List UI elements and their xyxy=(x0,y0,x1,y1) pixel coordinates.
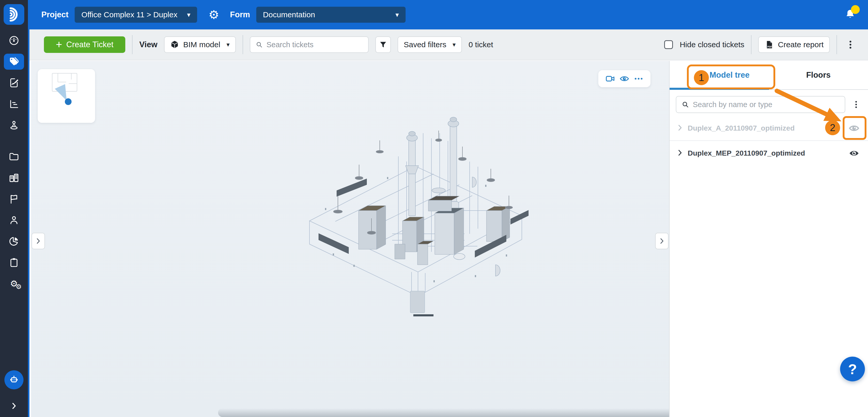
sidebar-item-projects[interactable] xyxy=(4,170,24,186)
sidebar-item-site-view[interactable] xyxy=(4,117,24,133)
tag-icon xyxy=(8,56,20,67)
tab-floors-label: Floors xyxy=(806,70,831,80)
model-search-input[interactable] xyxy=(693,100,840,109)
chevron-down-icon: ▾ xyxy=(224,41,230,48)
sidebar-nav: ⚙⚙ xyxy=(4,33,24,291)
app-logo-arcs xyxy=(6,6,22,23)
eye-icon xyxy=(848,148,860,159)
visibility-toggle-visible[interactable] xyxy=(846,145,862,161)
divider xyxy=(132,35,132,54)
filter-button[interactable] xyxy=(375,36,391,53)
model-tree-options-button[interactable] xyxy=(849,96,863,113)
chevron-right-icon xyxy=(658,237,666,245)
form-label: Form xyxy=(230,10,250,20)
search-tickets-field xyxy=(250,36,369,53)
sidebar-item-settings[interactable]: ⚙⚙ xyxy=(4,276,24,291)
tree-node-label: Duplex_MEP_20110907_optimized xyxy=(688,149,805,158)
active-tab-underline xyxy=(670,88,769,90)
video-camera-icon[interactable] xyxy=(605,74,615,84)
folder-icon xyxy=(8,151,20,162)
minimap-position-dot xyxy=(65,98,71,105)
search-tickets-input[interactable] xyxy=(266,40,363,49)
expand-sidebar-button[interactable] xyxy=(6,400,22,412)
project-select-value: Office Complex 11 > Duplex xyxy=(82,10,178,19)
tree-row-duplex-mep[interactable]: Duplex_MEP_20110907_optimized xyxy=(670,141,868,166)
chevron-down-icon: ▾ xyxy=(451,41,456,48)
model-panel: Model tree Floors Duplex_A_20110907_opti… xyxy=(669,61,868,417)
expand-node-icon[interactable] xyxy=(676,124,684,133)
svg-text:PDF: PDF xyxy=(768,45,772,48)
gears-icon: ⚙⚙ xyxy=(10,279,18,288)
form-select[interactable]: Documentation ▾ xyxy=(256,7,406,23)
project-label: Project xyxy=(41,10,68,20)
bim-viewer[interactable] xyxy=(31,61,669,417)
tab-model-tree[interactable]: Model tree xyxy=(670,61,769,89)
app-logo[interactable] xyxy=(4,4,24,25)
gantt-chart-icon xyxy=(8,98,20,110)
collapse-right-panel-handle[interactable] xyxy=(655,233,669,249)
help-button[interactable]: ? xyxy=(840,357,865,381)
sidebar-bottom: ? xyxy=(4,370,24,417)
tab-model-tree-label: Model tree xyxy=(709,70,749,80)
eye-off-icon xyxy=(848,123,860,134)
panel-tabs: Model tree Floors xyxy=(670,61,868,90)
create-ticket-label: Create Ticket xyxy=(66,40,114,49)
kebab-icon xyxy=(845,38,856,51)
hide-closed-checkbox[interactable] xyxy=(664,40,673,49)
view-mode-select[interactable]: BIM model ▾ xyxy=(164,36,236,53)
robot-assistant-icon xyxy=(8,374,20,386)
visibility-toggle-hidden[interactable] xyxy=(846,120,862,136)
person-pin-icon xyxy=(8,119,20,131)
model-search-field xyxy=(676,96,845,113)
top-header: Project Office Complex 11 > Duplex ▾ ⚙ F… xyxy=(29,0,868,29)
eye-icon[interactable] xyxy=(619,74,629,84)
viewer-toolbar xyxy=(598,70,650,87)
assistant-button[interactable] xyxy=(4,370,24,389)
divider xyxy=(751,35,751,54)
search-icon xyxy=(255,40,263,49)
sidebar-item-forms[interactable] xyxy=(4,75,24,91)
divider xyxy=(836,35,837,54)
chevron-down-icon: ▾ xyxy=(179,11,190,19)
view-mode-value: BIM model xyxy=(183,40,220,49)
chevron-right-icon xyxy=(34,237,42,245)
notification-badge xyxy=(851,5,860,14)
person-icon xyxy=(8,214,20,226)
sidebar: ⚙⚙ ? xyxy=(0,0,29,417)
search-icon xyxy=(681,100,689,109)
saved-filters-select[interactable]: Saved filters ▾ xyxy=(398,36,462,53)
dashboard-gauge-icon xyxy=(8,35,20,46)
tree-node-label: Duplex_A_20110907_optimized xyxy=(688,124,795,132)
expand-node-icon[interactable] xyxy=(676,149,684,158)
sidebar-item-flags[interactable] xyxy=(4,191,24,207)
plus-icon: + xyxy=(56,39,62,50)
create-ticket-button[interactable]: + Create Ticket xyxy=(44,36,125,53)
toolbar-right: Hide closed tickets PDF Create report xyxy=(664,35,857,54)
tree-row-duplex-a[interactable]: Duplex_A_20110907_optimized xyxy=(670,116,868,141)
minimap[interactable] xyxy=(38,69,95,123)
chevron-down-icon: ▾ xyxy=(388,11,399,19)
divider xyxy=(243,35,243,54)
hide-closed-label: Hide closed tickets xyxy=(680,40,744,49)
create-report-label: Create report xyxy=(778,40,824,49)
cube-icon xyxy=(170,40,179,49)
sidebar-item-tickets[interactable] xyxy=(4,54,24,70)
filter-icon xyxy=(379,40,387,49)
collapse-left-panel-handle[interactable] xyxy=(32,233,45,249)
sidebar-item-documents[interactable] xyxy=(4,149,24,165)
more-options-button[interactable] xyxy=(844,36,857,53)
help-icon: ? xyxy=(848,361,857,378)
project-select[interactable]: Office Complex 11 > Duplex ▾ xyxy=(75,7,197,23)
notifications-button[interactable] xyxy=(844,8,857,22)
kebab-icon xyxy=(851,98,861,111)
sidebar-item-tasks[interactable] xyxy=(4,254,24,271)
settings-gear-icon[interactable]: ⚙ xyxy=(209,9,219,21)
create-report-button[interactable]: PDF Create report xyxy=(758,36,830,53)
ellipsis-icon[interactable] xyxy=(633,74,644,84)
sidebar-item-contacts[interactable] xyxy=(4,212,24,228)
sidebar-item-reports[interactable] xyxy=(4,233,24,249)
tab-floors[interactable]: Floors xyxy=(769,61,868,89)
sidebar-item-planning[interactable] xyxy=(4,96,24,112)
ticket-count: 0 ticket xyxy=(469,40,493,49)
sidebar-item-dashboard[interactable] xyxy=(4,33,24,48)
